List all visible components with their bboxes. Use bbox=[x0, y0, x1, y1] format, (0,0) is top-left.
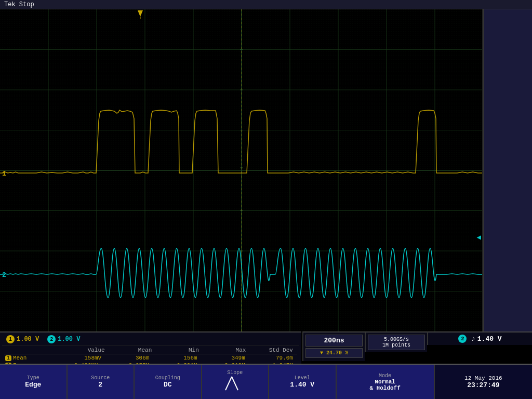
meas-mean-stddev: 79.0m bbox=[249, 355, 297, 361]
mode-value: Normal & Holdoff bbox=[369, 379, 400, 391]
svg-rect-32 bbox=[0, 9, 482, 331]
control-strip: Type Edge Source 2 Coupling DC Slope Lev… bbox=[0, 364, 532, 399]
time-value: 23:27:49 bbox=[467, 381, 499, 389]
mode-button[interactable]: Mode Normal & Holdoff bbox=[337, 365, 435, 399]
ch1-number: 1 bbox=[6, 335, 15, 343]
ch2-voltage: 1.00 V bbox=[58, 336, 80, 343]
datetime-display: 12 May 2016 23:27:49 bbox=[435, 365, 532, 399]
slope-button[interactable]: Slope bbox=[202, 365, 270, 399]
coupling-button[interactable]: Coupling DC bbox=[135, 365, 202, 399]
meas-col-value: Value bbox=[62, 347, 109, 353]
ch2-badge: 2 1.00 V bbox=[47, 335, 80, 343]
slope-value bbox=[224, 376, 245, 394]
meas-col-label bbox=[4, 347, 62, 353]
ch2-display-panel: 2 ♪ 1.40 V bbox=[427, 331, 532, 345]
channel-info: 1 1.00 V 2 1.00 V bbox=[2, 334, 299, 345]
meas-mean-value: 158mV bbox=[58, 355, 105, 361]
timebase-box: 200ns bbox=[305, 335, 363, 347]
meas-col-max: Max bbox=[203, 347, 250, 353]
ch2-number: 2 bbox=[47, 335, 56, 343]
mode-label: Mode bbox=[379, 373, 391, 379]
meas-row-mean: 1 Mean 158mV 306m 156m 349m 79.0m bbox=[4, 354, 297, 362]
right-panel bbox=[483, 9, 532, 331]
sample-rate: 5.00GS/s bbox=[370, 337, 423, 342]
svg-line-39 bbox=[232, 377, 238, 390]
timebase-value: 200ns bbox=[308, 337, 361, 344]
source-label: Source bbox=[91, 375, 110, 381]
level-value: 1.40 V bbox=[290, 381, 314, 389]
type-value: Edge bbox=[25, 381, 41, 389]
level-button[interactable]: Level 1.40 V bbox=[269, 365, 337, 399]
sample-panel: 5.00GS/s 1M points bbox=[365, 331, 427, 352]
meas-col-stddev: Std Dev bbox=[250, 347, 297, 353]
meas-mean-min: 156m bbox=[153, 355, 201, 361]
level-label: Level bbox=[295, 375, 310, 381]
trigger-box: ▼ 24.70 % bbox=[305, 348, 363, 358]
meas-col-min: Min bbox=[156, 347, 203, 353]
type-label: Type bbox=[27, 375, 39, 381]
source-button[interactable]: Source 2 bbox=[68, 365, 135, 399]
trigger-marker-icon: ▼ bbox=[320, 350, 326, 356]
sample-rate-box: 5.00GS/s 1M points bbox=[368, 335, 425, 350]
meas-mean-mean: 306m bbox=[105, 355, 153, 361]
type-button[interactable]: Type Edge bbox=[0, 365, 68, 399]
grid-canvas: 1 2 bbox=[0, 9, 482, 331]
sample-points: 1M points bbox=[370, 342, 423, 348]
coupling-label: Coupling bbox=[155, 375, 180, 381]
ch2-display-voltage: 1.40 V bbox=[477, 335, 502, 343]
meas-mean-max: 349m bbox=[202, 355, 249, 361]
ch1-voltage: 1.00 V bbox=[17, 336, 39, 343]
meas-label-mean: 1 Mean bbox=[4, 355, 58, 361]
status-text: Tek Stop bbox=[4, 1, 34, 8]
meas-type-mean: Mean bbox=[13, 355, 26, 361]
ch2-arrow: ◀ bbox=[477, 233, 481, 242]
slope-label: Slope bbox=[227, 370, 243, 376]
top-bar: Tek Stop bbox=[0, 0, 532, 9]
meas-header: Value Mean Min Max Std Dev bbox=[4, 347, 297, 354]
meas-ch-badge: 1 bbox=[5, 355, 11, 361]
coupling-value: DC bbox=[164, 381, 172, 389]
source-value: 2 bbox=[98, 381, 102, 389]
timebase-panel: 200ns ▼ 24.70 % bbox=[302, 331, 365, 361]
svg-text:1: 1 bbox=[2, 170, 6, 178]
ch2-display-number: 2 bbox=[458, 335, 467, 343]
trigger-percent: 24.70 % bbox=[326, 350, 348, 356]
ch2-waveform-icon: ♪ bbox=[471, 335, 475, 343]
meas-col-mean: Mean bbox=[109, 347, 156, 353]
scope-screen: 1 2 ◀ bbox=[0, 9, 483, 331]
svg-text:2: 2 bbox=[2, 271, 6, 279]
date-value: 12 May 2016 bbox=[464, 375, 502, 381]
svg-line-38 bbox=[225, 377, 232, 390]
ch1-badge: 1 1.00 V bbox=[6, 335, 39, 343]
